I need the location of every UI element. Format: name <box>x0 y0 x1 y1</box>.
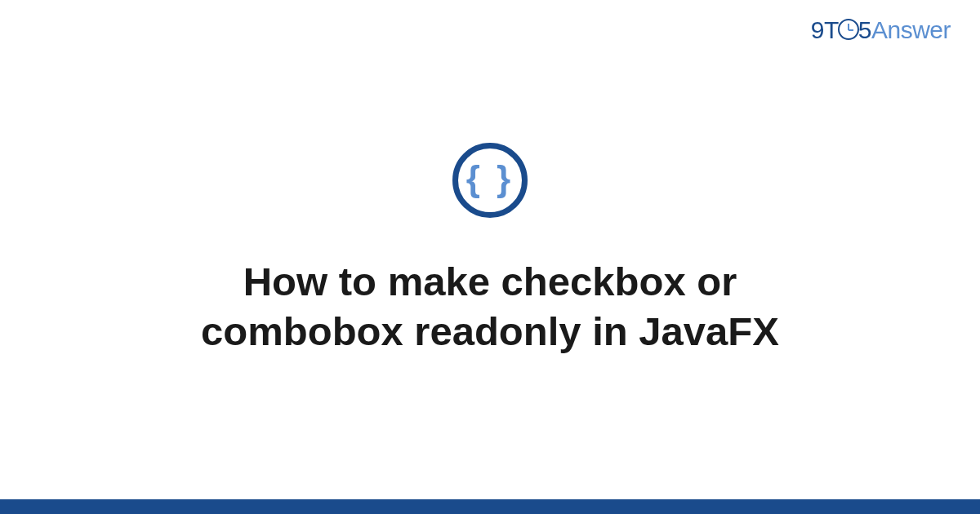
question-title: How to make checkbox or combobox readonl… <box>122 257 858 357</box>
code-braces-icon: { } <box>466 161 514 197</box>
main-content: { } How to make checkbox or combobox rea… <box>0 0 980 499</box>
category-icon-circle: { } <box>452 143 528 218</box>
footer-bar <box>0 499 980 514</box>
